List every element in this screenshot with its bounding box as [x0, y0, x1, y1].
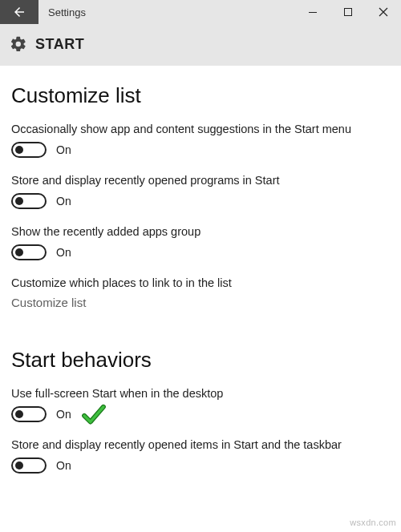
- setting-recent-programs: Store and display recently opened progra…: [11, 174, 390, 209]
- gear-icon: [10, 35, 27, 53]
- close-button[interactable]: [366, 0, 401, 24]
- setting-label: Store and display recently opened progra…: [11, 174, 390, 187]
- toggle-state: On: [56, 195, 71, 208]
- content-area: Customize list Occasionally show app and…: [0, 66, 401, 474]
- minimize-icon: [308, 7, 318, 17]
- minimize-button[interactable]: [295, 0, 330, 24]
- setting-recently-added: Show the recently added apps group On: [11, 225, 390, 260]
- setting-label: Occasionally show app and content sugges…: [11, 123, 390, 135]
- toggle-recently-added[interactable]: [11, 244, 47, 260]
- setting-suggestions: Occasionally show app and content sugges…: [11, 123, 390, 158]
- page-title: START: [35, 36, 84, 53]
- toggle-state: On: [56, 408, 71, 421]
- app-title: Settings: [38, 0, 295, 24]
- svg-rect-0: [309, 12, 317, 13]
- back-button[interactable]: [0, 0, 38, 24]
- setting-label: Use full-screen Start when in the deskto…: [11, 387, 390, 400]
- section-heading-behaviors: Start behaviors: [11, 348, 390, 373]
- setting-fullscreen-start: Use full-screen Start when in the deskto…: [11, 387, 390, 422]
- setting-label: Customize which places to link to in the…: [11, 276, 390, 289]
- maximize-icon: [343, 7, 353, 17]
- page-header: START: [0, 24, 401, 66]
- toggle-recent-items-taskbar[interactable]: [11, 457, 47, 474]
- customize-list-link[interactable]: Customize list: [11, 296, 390, 309]
- watermark: wsxdn.com: [350, 518, 396, 527]
- maximize-button[interactable]: [330, 0, 366, 24]
- setting-recent-items-taskbar: Store and display recently opened items …: [11, 438, 390, 474]
- checkmark-icon: [80, 401, 107, 432]
- window-controls: [295, 0, 401, 24]
- title-bar: Settings: [0, 0, 401, 24]
- close-icon: [379, 7, 388, 17]
- back-arrow-icon: [12, 5, 26, 19]
- setting-customize-places: Customize which places to link to in the…: [11, 276, 390, 309]
- toggle-state: On: [56, 246, 71, 259]
- svg-rect-1: [345, 9, 352, 16]
- toggle-recent-programs[interactable]: [11, 193, 47, 209]
- toggle-suggestions[interactable]: [11, 142, 47, 158]
- toggle-fullscreen-start[interactable]: [11, 406, 47, 422]
- section-heading-customize: Customize list: [11, 83, 390, 108]
- toggle-state: On: [56, 143, 71, 156]
- setting-label: Show the recently added apps group: [11, 225, 390, 238]
- setting-label: Store and display recently opened items …: [11, 438, 390, 451]
- toggle-state: On: [56, 459, 71, 472]
